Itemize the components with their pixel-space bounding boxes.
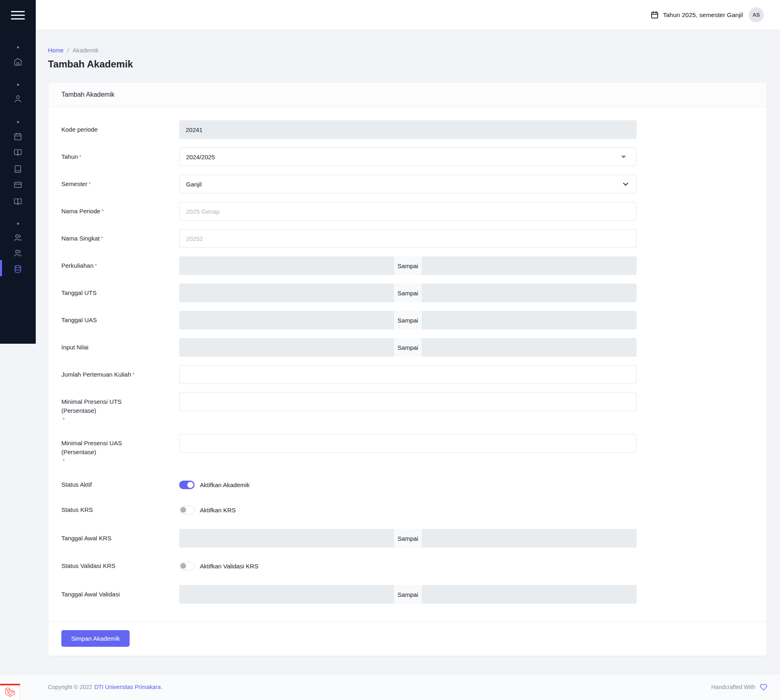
- min-presensi-uts-input[interactable]: [179, 392, 637, 411]
- sidebar-item-notebook[interactable]: [0, 161, 36, 177]
- breadcrumb: Home / Akademik: [48, 47, 768, 54]
- field-label: Tanggal UTS: [61, 284, 179, 297]
- kode-periode-input: [179, 120, 637, 139]
- sampai-addon: Sampai: [394, 585, 422, 604]
- card-header: Tambah Akademik: [48, 82, 767, 107]
- tanggal-awal-validasi-end-date-input: [422, 585, 637, 604]
- required-marker: *: [63, 415, 179, 424]
- field-label: Tanggal UAS: [61, 311, 179, 325]
- hamburger-icon: [11, 9, 25, 22]
- toggle-knob: [180, 507, 186, 513]
- page-footer: Copyright © 2022DTI Universitas Primakar…: [0, 674, 780, 700]
- field-label: Kode periode: [61, 120, 179, 134]
- field-label: Jumlah Pertemuan Kuliah*: [61, 365, 179, 379]
- required-marker: *: [63, 457, 179, 466]
- field-label: Tanggal Awal KRS: [61, 529, 179, 543]
- sampai-addon: Sampai: [394, 256, 422, 275]
- avatar[interactable]: AS: [749, 7, 764, 22]
- sampai-addon: Sampai: [394, 529, 422, 548]
- form-row-tanggal-awal-krs: Tanggal Awal KRS Sampai: [61, 529, 637, 548]
- status-aktif-toggle[interactable]: [179, 481, 195, 489]
- nama-periode-input[interactable]: [179, 202, 637, 221]
- field-label: Minimal Presensi UAS (Persentase)*: [61, 434, 179, 466]
- form-row-perkuliahan: Perkuliahan* Sampai: [61, 256, 637, 275]
- sampai-addon: Sampai: [394, 284, 422, 302]
- form-row-min-presensi-uas: Minimal Presensi UAS (Persentase)*: [61, 434, 637, 466]
- form-row-semester: Semester* Ganjil: [61, 175, 637, 193]
- form-row-status-aktif: Status Aktif Aktifkan Akademik: [61, 480, 637, 489]
- required-marker: *: [89, 181, 91, 187]
- breadcrumb-home-link[interactable]: Home: [48, 47, 64, 54]
- field-label: Nama Periode*: [61, 202, 179, 216]
- debugbar-toggle[interactable]: [0, 684, 20, 700]
- form-row-kode-periode: Kode periode: [61, 120, 637, 139]
- breadcrumb-separator: /: [67, 47, 69, 54]
- form-row-nama-singkat: Nama Singkat*: [61, 229, 637, 248]
- toggle-knob: [187, 482, 193, 488]
- nav-group-dot: [0, 221, 36, 225]
- users-icon: [13, 233, 22, 242]
- tanggal-awal-krs-start-date-input: [179, 529, 394, 548]
- input-nilai-start-date-input: [179, 338, 394, 357]
- required-marker: *: [79, 154, 81, 160]
- chevron-down-icon: [622, 180, 629, 188]
- jumlah-pertemuan-input[interactable]: [179, 365, 637, 384]
- tanggal-uas-end-date-input: [422, 311, 637, 329]
- nav-group-dot: [0, 45, 36, 49]
- sidebar-item-courses[interactable]: [0, 144, 36, 160]
- footer-copyright: Copyright © 2022DTI Universitas Primakar…: [48, 684, 163, 690]
- field-label: Tanggal Awal Validasi: [61, 585, 179, 599]
- caret-down-icon: [621, 156, 626, 158]
- card-body: Kode periode Tahun* 2024/2025 Semester* …: [48, 107, 767, 621]
- status-validasi-krs-toggle[interactable]: [179, 562, 195, 570]
- form-row-nama-periode: Nama Periode*: [61, 202, 637, 221]
- footer-handcrafted: Handcrafted With: [711, 683, 768, 691]
- field-label: Status Aktif: [61, 480, 179, 489]
- sidebar-item-payments[interactable]: [0, 177, 36, 193]
- page-title: Tambah Akademik: [48, 59, 768, 70]
- min-presensi-uas-input[interactable]: [179, 434, 637, 453]
- input-nilai-end-date-input: [422, 338, 637, 357]
- form-row-min-presensi-uts: Minimal Presensi UTS (Persentase)*: [61, 392, 637, 424]
- tanggal-uas-start-date-input: [179, 311, 394, 329]
- form-row-tanggal-uas: Tanggal UAS Sampai: [61, 311, 637, 329]
- sidebar-item-calendar[interactable]: [0, 128, 36, 145]
- active-indicator-bar: [0, 260, 2, 276]
- status-krs-toggle[interactable]: [179, 506, 195, 514]
- sidebar-item-home[interactable]: [0, 54, 36, 70]
- sidebar-item-master-data[interactable]: [0, 261, 36, 277]
- form-row-status-validasi-krs: Status Validasi KRS Aktifkan Validasi KR…: [61, 561, 637, 570]
- form-row-input-nilai: Input Nilai Sampai: [61, 338, 637, 357]
- form-card: Tambah Akademik Kode periode Tahun* 2024…: [48, 82, 767, 656]
- field-label: Status KRS: [61, 505, 179, 514]
- book-open-icon: [13, 148, 22, 157]
- sidebar-item-lecturers[interactable]: [0, 245, 36, 261]
- toggle-label: Aktifkan Validasi KRS: [200, 563, 258, 570]
- sidebar-item-students[interactable]: [0, 230, 36, 246]
- required-marker: *: [102, 208, 104, 215]
- avatar-initials: AS: [752, 12, 760, 18]
- sampai-addon: Sampai: [394, 311, 422, 329]
- sidebar: [0, 0, 36, 344]
- toggle-label: Aktifkan KRS: [200, 507, 236, 514]
- sidebar-item-library[interactable]: [0, 193, 36, 210]
- form-row-jumlah-pertemuan: Jumlah Pertemuan Kuliah*: [61, 365, 637, 384]
- card-footer: Simpan Akademik: [48, 621, 767, 656]
- sidebar-toggle-button[interactable]: [0, 0, 36, 30]
- tanggal-uts-start-date-input: [179, 284, 394, 302]
- perkuliahan-start-date-input: [179, 256, 394, 275]
- sidebar-item-user[interactable]: [0, 91, 36, 107]
- simpan-akademik-button[interactable]: Simpan Akademik: [61, 630, 130, 647]
- footer-org-link[interactable]: DTI Universitas Primakara: [94, 684, 160, 690]
- semester-select[interactable]: Ganjil: [179, 175, 637, 193]
- field-label: Minimal Presensi UTS (Persentase)*: [61, 392, 179, 424]
- database-icon: [13, 264, 22, 273]
- toggle-label: Aktifkan Akademik: [200, 481, 250, 488]
- credit-card-icon: [13, 180, 22, 189]
- main-content: Home / Akademik Tambah Akademik Tambah A…: [36, 30, 780, 656]
- nama-singkat-input[interactable]: [179, 229, 637, 248]
- tahun-select[interactable]: 2024/2025: [179, 147, 637, 166]
- book-open-icon: [13, 197, 22, 206]
- field-label: Tahun*: [61, 147, 179, 161]
- nav-group-dot: [0, 82, 36, 87]
